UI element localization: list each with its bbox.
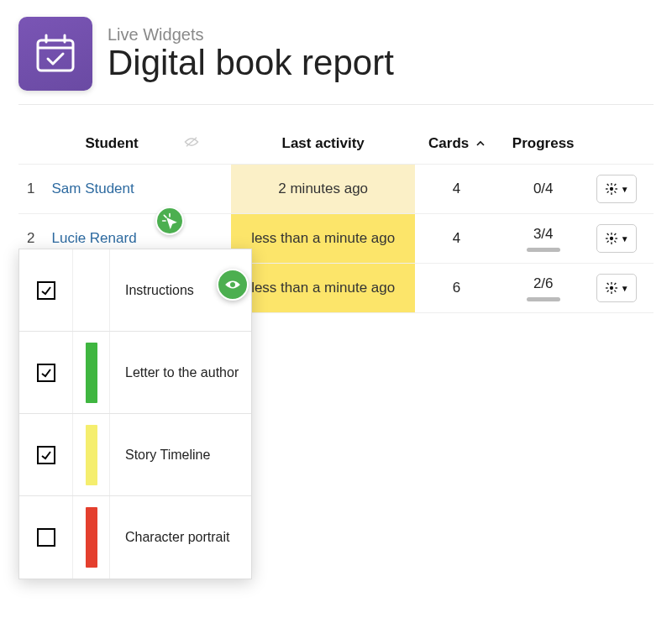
svg-rect-27 [615,287,617,288]
gear-icon [605,182,618,196]
panel-item[interactable]: Story Timeline [19,414,251,496]
checkbox[interactable] [37,446,55,464]
breadcrumb[interactable]: Live Widgets [108,25,394,45]
cards-cell: 6 [415,264,498,313]
col-cards-label: Cards [428,135,469,151]
color-swatch-red [86,507,97,568]
progress-value: 2/6 [533,275,554,291]
panel-color-cell [73,496,110,579]
table-row: 1 Sam Student 2 minutes ago 4 0/4 ▼ [18,165,654,214]
page-title: Digital book report [108,45,394,81]
col-student[interactable]: Student [43,128,231,165]
svg-rect-22 [606,240,609,243]
svg-rect-20 [614,240,617,243]
svg-rect-9 [615,188,617,189]
svg-point-35 [230,282,235,287]
panel-item-label: Character portrait [110,530,251,545]
checkbox[interactable] [37,281,55,300]
app-calendar-icon [18,17,92,91]
svg-rect-21 [614,233,617,236]
gear-icon [605,281,618,295]
cards-panel: Instructions Letter to the author Story … [18,249,252,579]
progress-cell: 3/4 [498,214,588,264]
col-actions [588,128,654,165]
svg-rect-0 [38,40,73,71]
panel-checkbox-cell [19,414,73,495]
panel-checkbox-cell [19,249,73,331]
svg-rect-8 [606,188,608,189]
checkbox[interactable] [37,528,55,547]
svg-rect-31 [606,290,609,292]
col-last-activity[interactable]: Last activity [231,128,414,165]
col-activity-label: Last activity [282,135,365,151]
title-block: Live Widgets Digital book report [108,25,394,81]
actions-cell: ▼ [588,165,654,214]
actions-cell: ▼ [588,214,654,264]
panel-item-label: Letter to the author [110,365,251,380]
activity-cell: less than a minute ago [231,264,414,313]
progress-bar [527,248,560,252]
svg-rect-11 [614,191,617,193]
svg-rect-6 [611,183,612,186]
panel-checkbox-cell [19,496,73,579]
gear-icon [605,232,618,245]
svg-rect-16 [611,242,612,244]
svg-rect-7 [611,192,612,195]
col-index [18,128,43,165]
row-actions-button[interactable]: ▼ [596,175,637,203]
svg-rect-13 [606,191,609,193]
cards-cell: 4 [415,165,498,214]
panel-item[interactable]: Character portrait [19,496,251,579]
color-swatch-yellow [86,425,97,485]
progress-bar [527,297,560,301]
page-header: Live Widgets Digital book report [18,17,654,105]
svg-rect-24 [611,282,612,285]
svg-rect-30 [614,283,617,285]
cards-cell: 4 [415,214,498,264]
student-link[interactable]: Sam Student [51,181,134,196]
checkbox[interactable] [37,364,55,382]
caret-down-icon: ▼ [621,284,629,293]
svg-point-14 [610,237,613,240]
row-index: 1 [18,165,43,214]
caret-down-icon: ▼ [621,234,629,244]
svg-rect-29 [614,290,617,292]
checkmark-icon [40,449,52,461]
svg-point-5 [610,187,613,191]
col-cards[interactable]: Cards [415,128,498,165]
calendar-icon [34,32,77,76]
col-progress[interactable]: Progress [498,128,588,165]
click-indicator-icon [155,207,184,235]
svg-rect-17 [606,238,608,238]
panel-checkbox-cell [19,332,73,413]
color-swatch-green [86,343,97,403]
svg-line-33 [164,215,166,217]
progress-value: 0/4 [533,181,554,196]
row-actions-button[interactable]: ▼ [596,224,637,253]
svg-rect-25 [611,291,612,294]
actions-cell: ▼ [588,264,654,313]
panel-item[interactable]: Letter to the author [19,332,251,414]
progress-cell: 2/6 [498,264,588,313]
activity-cell: less than a minute ago [231,214,414,264]
svg-rect-12 [614,184,617,186]
svg-rect-28 [606,283,609,285]
progress-value: 3/4 [533,226,554,242]
sort-asc-icon [476,139,485,150]
panel-color-cell [73,414,110,495]
col-student-label: Student [85,135,138,151]
svg-rect-26 [606,287,608,288]
col-progress-label: Progress [512,135,575,151]
panel-color-cell [73,332,110,413]
student-cell: Sam Student [43,165,231,214]
checkmark-icon [40,367,52,379]
visibility-indicator-icon [217,269,249,301]
row-actions-button[interactable]: ▼ [596,274,637,302]
svg-rect-18 [615,238,617,238]
visibility-off-icon[interactable] [184,135,199,151]
activity-cell: 2 minutes ago [231,165,414,214]
svg-rect-10 [606,184,609,186]
caret-down-icon: ▼ [621,185,629,194]
student-link[interactable]: Lucie Renard [51,230,136,246]
panel-item[interactable]: Instructions [19,249,251,332]
